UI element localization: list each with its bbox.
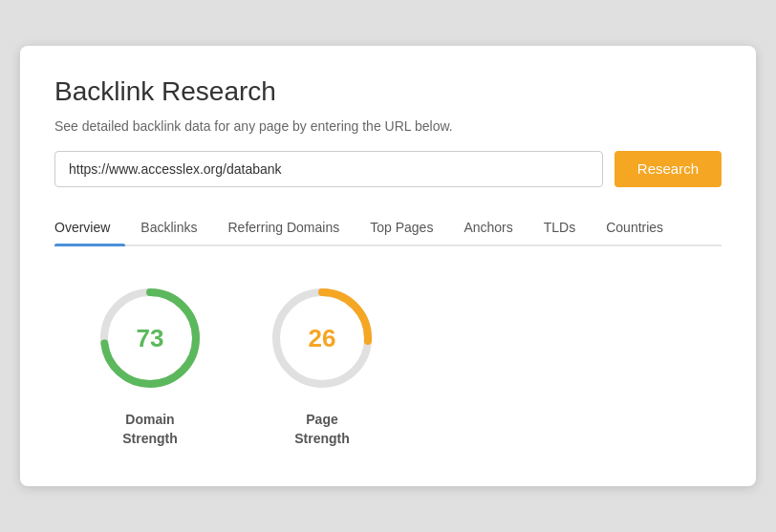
tabs-bar: OverviewBacklinksReferring DomainsTop Pa…: [54, 210, 722, 246]
page-strength: 26 PageStrength: [265, 281, 379, 448]
domain-strength-value: 73: [137, 323, 164, 352]
page-strength-label: PageStrength: [294, 411, 350, 448]
tab-anchors[interactable]: Anchors: [448, 210, 528, 245]
page-title: Backlink Research: [54, 76, 722, 107]
url-input[interactable]: [54, 151, 603, 187]
domain-strength: 73 DomainStrength: [93, 281, 207, 448]
search-row: Research: [54, 151, 722, 187]
domain-strength-circle: 73: [93, 281, 207, 395]
main-card: Backlink Research See detailed backlink …: [20, 46, 756, 486]
tab-overview[interactable]: Overview: [54, 210, 125, 245]
domain-strength-label: DomainStrength: [122, 411, 178, 448]
page-strength-circle: 26: [265, 281, 379, 395]
subtitle: See detailed backlink data for any page …: [54, 118, 722, 134]
page-strength-value: 26: [309, 323, 336, 352]
metrics-row: 73 DomainStrength 26 PageStrength: [54, 281, 722, 448]
tab-countries[interactable]: Countries: [591, 210, 679, 245]
tab-backlinks[interactable]: Backlinks: [125, 210, 212, 245]
research-button[interactable]: Research: [614, 151, 722, 187]
tab-top-pages[interactable]: Top Pages: [355, 210, 448, 245]
tab-referring-domains[interactable]: Referring Domains: [213, 210, 356, 245]
tab-tlds[interactable]: TLDs: [528, 210, 591, 245]
